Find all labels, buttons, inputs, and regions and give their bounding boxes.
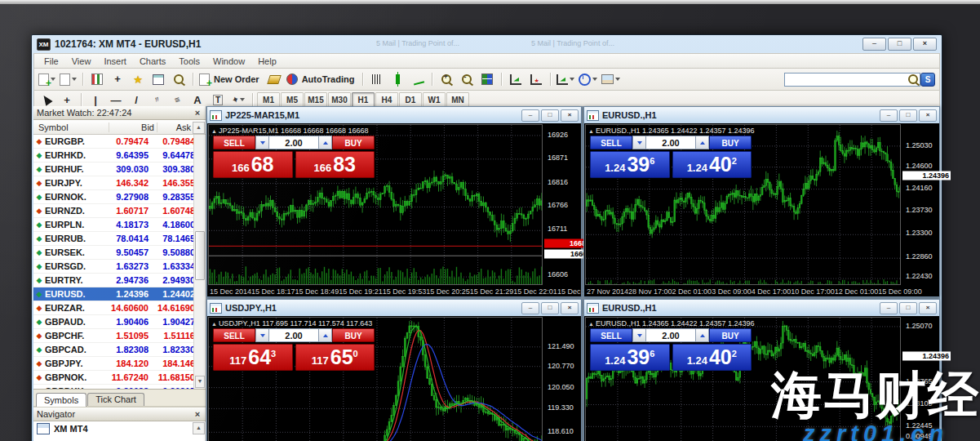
chart-plot[interactable]: USDJPY.,H1 117.695 117.714 117.574 117.6… <box>208 317 543 441</box>
market-watch-row[interactable]: ◆ GBPCAD. 1.82308 1.82330 <box>33 343 206 357</box>
scroll-up-icon[interactable]: ▲ <box>193 122 205 134</box>
chart-plot[interactable]: JP225-MAR15,M1 16668 16668 16668 16668 S… <box>208 124 543 285</box>
timeframe-button[interactable]: H4 <box>375 92 398 108</box>
crosshair-tool[interactable]: + <box>57 91 77 108</box>
market-watch-scrollbar[interactable]: ▼ <box>193 135 206 389</box>
market-watch-row[interactable]: ◆ EURRUB. 78.0414 78.1465 <box>33 232 206 246</box>
menu-item[interactable]: Insert <box>97 56 133 66</box>
market-watch-tab[interactable]: Tick Chart <box>87 393 144 406</box>
data-window-toggle[interactable]: + <box>108 71 127 87</box>
channel-tool[interactable]: 〃 <box>147 91 166 108</box>
buy-button[interactable]: BUY <box>332 136 375 149</box>
fibonacci-tool[interactable]: ≡ <box>167 91 187 108</box>
lot-size-input[interactable]: 2.00 <box>269 328 318 342</box>
lot-decrease-button[interactable] <box>255 136 269 149</box>
community-button[interactable]: S <box>920 73 935 87</box>
market-watch-row[interactable]: ◆ EURGBP. 0.79474 0.79484 <box>33 135 206 149</box>
column-symbol[interactable]: Symbol <box>33 122 109 132</box>
profiles-button[interactable] <box>58 71 78 87</box>
new-order-button[interactable]: New Order <box>197 71 264 87</box>
timeframe-button[interactable]: D1 <box>399 92 422 108</box>
buy-button[interactable]: BUY <box>332 328 375 342</box>
chart-close-button[interactable] <box>919 109 937 122</box>
market-watch-row[interactable]: ◆ EURSGD. 1.63273 1.63334 <box>33 260 206 274</box>
lot-size-input[interactable]: 2.00 <box>269 136 318 149</box>
buy-price-button[interactable]: 1.24402 <box>672 151 752 178</box>
market-watch-row[interactable]: ◆ EURNOK. 9.27908 9.28355 <box>33 190 206 204</box>
tile-windows-button[interactable] <box>477 71 497 87</box>
chart-restore-button[interactable] <box>541 109 559 122</box>
lot-increase-button[interactable] <box>695 328 709 342</box>
close-icon[interactable] <box>193 108 202 118</box>
chart-titlebar[interactable]: USDJPY.,H1 <box>207 300 581 317</box>
indicators-button[interactable] <box>555 71 576 87</box>
scrollbar-thumb[interactable] <box>195 231 205 280</box>
buy-button[interactable]: BUY <box>709 328 752 342</box>
market-watch-row[interactable]: ◆ EURZAR. 14.60600 14.61690 <box>33 301 206 315</box>
market-watch-row[interactable]: ◆ EURPLN. 4.18173 4.18600 <box>33 218 206 232</box>
market-watch-row[interactable]: ◆ EURNZD. 1.60717 1.60748 <box>33 204 206 218</box>
chart-restore-button[interactable] <box>899 302 917 314</box>
timeframe-button[interactable]: M1 <box>257 92 280 108</box>
menu-item[interactable]: Charts <box>133 56 172 66</box>
market-watch-row[interactable]: ◆ EURHUF. 309.030 309.380 <box>33 163 206 176</box>
vertical-line-tool[interactable]: | <box>86 91 105 108</box>
sell-button[interactable]: SELL <box>590 328 632 342</box>
sell-button[interactable]: SELL <box>590 136 632 149</box>
lot-decrease-button[interactable] <box>255 328 269 342</box>
menu-item[interactable]: Tools <box>172 56 206 66</box>
chart-autoscroll-button[interactable] <box>526 71 546 87</box>
chart-minimize-button[interactable] <box>880 109 898 122</box>
sell-price-button[interactable]: 16668 <box>213 151 293 178</box>
lot-size-input[interactable]: 2.00 <box>646 328 695 342</box>
trendline-tool[interactable]: / <box>126 91 146 108</box>
sell-price-button[interactable]: 1.24396 <box>590 151 670 178</box>
market-watch-row[interactable]: ◆ GBPAUD. 1.90406 1.90427 <box>33 315 206 329</box>
chart-close-button[interactable] <box>561 109 579 122</box>
market-watch-header[interactable]: Market Watch: 22:47:24 <box>33 106 206 120</box>
buy-price-button[interactable]: 1.24402 <box>672 344 752 371</box>
lot-decrease-button[interactable] <box>632 328 646 342</box>
chart-titlebar[interactable]: JP225-MAR15,M1 <box>207 107 581 124</box>
timeframe-button[interactable]: H1 <box>352 92 375 108</box>
lot-decrease-button[interactable] <box>632 136 646 149</box>
line-chart-button[interactable] <box>408 71 428 87</box>
auto-arrange-button[interactable] <box>506 71 525 87</box>
chart-restore-button[interactable] <box>541 302 559 314</box>
candlestick-button[interactable] <box>388 71 407 87</box>
market-watch-row[interactable]: ◆ GBPCHF. 1.51095 1.51116 <box>33 329 206 343</box>
arrows-tool[interactable]: ✦ <box>228 91 248 108</box>
timeframe-button[interactable]: M5 <box>281 92 304 108</box>
chart-titlebar[interactable]: EURUSD.,H1 <box>584 300 939 317</box>
timeframe-button[interactable]: M15 <box>304 92 327 108</box>
market-watch-tab[interactable]: Symbols <box>36 393 86 407</box>
sell-price-button[interactable]: 1.24396 <box>590 344 670 371</box>
templates-button[interactable] <box>600 71 622 87</box>
timeframe-button[interactable]: W1 <box>423 92 446 108</box>
sell-button[interactable]: SELL <box>213 328 255 342</box>
market-watch-row[interactable]: ◆ EURUSD. 1.24396 1.24402 <box>33 287 206 301</box>
chart-close-button[interactable] <box>561 302 579 314</box>
navigator-toggle[interactable]: ★ <box>128 71 148 87</box>
text-tool[interactable]: A <box>188 91 207 108</box>
lot-increase-button[interactable] <box>318 136 332 149</box>
menu-item[interactable]: File <box>38 56 65 66</box>
minimize-button[interactable] <box>862 38 886 51</box>
sell-button[interactable]: SELL <box>213 136 255 149</box>
zoom-out-button[interactable]: - <box>457 71 477 87</box>
chart-close-button[interactable] <box>919 302 937 314</box>
column-bid[interactable]: Bid <box>109 122 157 132</box>
menu-item[interactable]: Help <box>251 56 283 66</box>
cursor-tool[interactable] <box>37 91 56 108</box>
periods-button[interactable] <box>577 71 599 87</box>
chart-minimize-button[interactable] <box>521 109 539 122</box>
navigator-header[interactable]: Navigator <box>33 408 206 421</box>
scroll-up-icon[interactable]: ▲ <box>193 422 205 434</box>
chart-titlebar[interactable]: EURUSD.,H1 <box>584 107 939 124</box>
maximize-button[interactable] <box>888 38 911 51</box>
chart-plot[interactable]: EURUSD.,H1 1.24365 1.24422 1.24357 1.243… <box>585 317 901 441</box>
zoom-in-button[interactable]: + <box>437 71 456 87</box>
menu-item[interactable]: Window <box>206 56 251 66</box>
lot-increase-button[interactable] <box>318 328 332 342</box>
search-input[interactable] <box>784 73 920 87</box>
